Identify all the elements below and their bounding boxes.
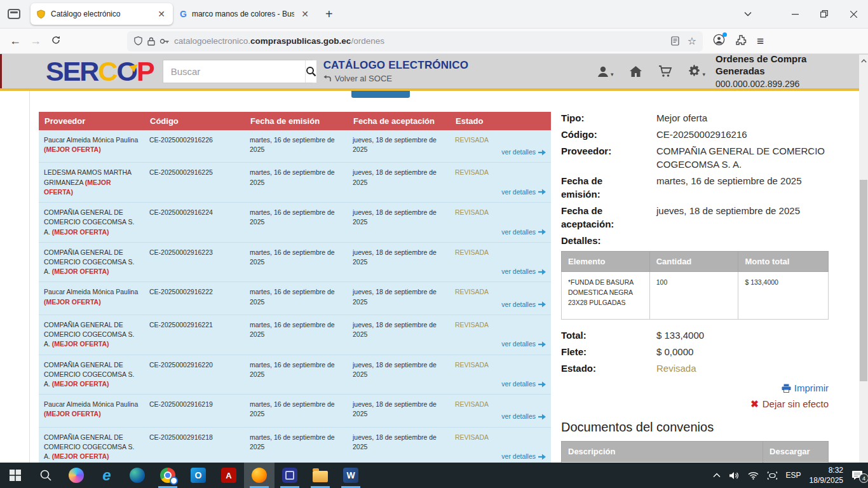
tab-close-icon[interactable]: ✕	[299, 9, 311, 19]
item-amount: $ 133,4000	[738, 272, 829, 320]
ver-detalles-link[interactable]: ver detalles	[501, 379, 546, 389]
account-notification-dot	[722, 32, 727, 37]
sercop-logo[interactable]: SERCOP	[46, 58, 154, 85]
status-row: Estado:Revisada	[561, 362, 829, 375]
status-text: REVISADA	[455, 135, 546, 145]
wifi-icon[interactable]	[748, 471, 759, 480]
emission-date-cell: martes, 16 de septiembre de 2025	[245, 282, 348, 314]
taskbar-word[interactable]: W	[336, 463, 366, 488]
language-indicator[interactable]: ESP	[786, 471, 801, 480]
extensions-icon[interactable]	[735, 34, 747, 48]
forward-button[interactable]: →	[25, 34, 46, 48]
reader-mode-icon[interactable]	[671, 36, 679, 46]
provider-name: Paucar Almeida Mónica Paulina	[44, 400, 138, 408]
status-value: Revisada	[656, 362, 829, 375]
scroll-up-arrow[interactable]	[859, 58, 868, 64]
copilot-icon	[69, 468, 84, 483]
print-link[interactable]: Imprimir	[782, 383, 829, 393]
col-header: Proveedor	[39, 112, 144, 130]
ver-detalles-link[interactable]: ver detalles	[501, 227, 546, 237]
ver-detalles-link[interactable]: ver detalles	[501, 452, 546, 461]
taskbar-outlook[interactable]: O	[183, 463, 214, 488]
taskbar-firefox[interactable]	[244, 463, 275, 488]
tray-chevron-up-icon[interactable]	[713, 473, 721, 478]
tab-google-search[interactable]: G marco manos de colores - Busca ✕	[174, 3, 316, 25]
arrow-right-icon	[538, 341, 546, 348]
clock[interactable]: 8:32 18/9/2025	[810, 465, 843, 485]
ver-detalles-link[interactable]: ver detalles	[501, 300, 546, 309]
url-bar[interactable]: catalogoelectronico.compraspublicas.gob.…	[127, 31, 703, 51]
status-text: REVISADA	[455, 248, 546, 257]
lock-icon[interactable]	[147, 37, 155, 46]
settings-menu[interactable]: ▾	[688, 65, 705, 78]
taskbar-search-button[interactable]	[31, 463, 61, 488]
taskbar-chrome[interactable]	[153, 463, 183, 488]
tab-catalogo[interactable]: Catálogo electrónico ✕	[31, 3, 173, 25]
taskbar-copilot[interactable]	[61, 463, 92, 488]
arrow-right-icon	[538, 381, 546, 388]
ver-detalles-link[interactable]: ver detalles	[501, 187, 546, 197]
search-button[interactable]	[305, 60, 316, 83]
search-icon	[306, 66, 316, 77]
back-button[interactable]: ←	[5, 34, 25, 48]
notification-center[interactable]: 4	[851, 470, 863, 480]
volume-icon[interactable]	[729, 471, 740, 480]
restore-button[interactable]	[810, 0, 839, 28]
col-header: Fecha de emisión	[245, 112, 348, 130]
reload-button[interactable]	[46, 34, 66, 48]
firefox-view-icon[interactable]	[8, 9, 20, 19]
orders-table-header: Proveedor Código Fecha de emisión Fecha …	[39, 112, 551, 130]
mejor-oferta-badge: (MEJOR OFERTA)	[44, 410, 101, 417]
mejor-oferta-badge: (MEJOR OFERTA)	[52, 340, 109, 348]
taskbar-file-explorer[interactable]	[305, 463, 336, 488]
bookmark-star-icon[interactable]: ☆	[688, 35, 696, 47]
new-tab-button[interactable]: +	[316, 7, 342, 22]
documents-section-title: Documentos del convenios	[561, 420, 829, 435]
status-cell: REVISADA ver detalles	[450, 130, 551, 162]
ver-detalles-link[interactable]: ver detalles	[501, 339, 546, 349]
taskbar-acrobat[interactable]: A	[214, 463, 244, 488]
acrobat-icon: A	[221, 468, 236, 483]
provider-cell: Paucar Almeida Mónica Paulina (MEJOR OFE…	[39, 282, 144, 314]
permissions-key-icon[interactable]	[159, 38, 170, 44]
tracking-shield-icon[interactable]	[133, 36, 143, 46]
list-tabs-chevron-icon[interactable]	[737, 0, 759, 28]
tab-close-icon[interactable]: ✕	[156, 9, 167, 19]
acceptance-date-cell: jueves, 18 de septiembre de 2025	[348, 243, 450, 282]
page-scrollbar[interactable]	[859, 55, 868, 463]
status-text: REVISADA	[455, 208, 546, 217]
shield-favicon-icon	[36, 10, 46, 19]
home-button[interactable]	[629, 65, 642, 78]
mejor-oferta-badge: (MEJOR OFERTA)	[52, 228, 109, 236]
ver-detalles-link[interactable]: ver detalles	[501, 147, 546, 157]
meet-now-icon[interactable]	[767, 471, 778, 480]
logo-o: O	[116, 58, 136, 85]
mejor-oferta-badge: (MEJOR OFERTA)	[44, 298, 101, 306]
order-row: LEDESMA RAMOS MARTHA GRIMANEZA (MEJOR OF…	[39, 163, 551, 203]
volver-icon	[323, 75, 332, 83]
account-icon[interactable]	[713, 34, 725, 48]
taskbar-edge[interactable]	[122, 463, 153, 488]
menu-icon[interactable]: ≡	[757, 34, 763, 48]
hidden-blue-button[interactable]	[351, 91, 410, 98]
code-cell: CE-20250002916221	[144, 315, 245, 355]
arrow-right-icon	[538, 189, 546, 195]
taskbar-internet-explorer[interactable]: e	[92, 463, 122, 488]
close-button[interactable]	[839, 0, 868, 28]
user-menu[interactable]: ▾	[597, 65, 614, 78]
user-icon	[597, 65, 609, 78]
volver-soce-link[interactable]: Volver al SOCE	[323, 74, 468, 83]
arrow-right-icon	[538, 229, 546, 235]
caret-down-icon: ▾	[611, 71, 614, 78]
start-button[interactable]	[0, 463, 31, 488]
status-cell: REVISADA ver detalles	[450, 243, 551, 282]
void-link[interactable]: ✖ Dejar sin efecto	[750, 398, 829, 410]
search-input[interactable]	[163, 66, 305, 77]
cart-button[interactable]	[658, 65, 672, 78]
minimize-button[interactable]	[780, 0, 810, 28]
ver-detalles-link[interactable]: ver detalles	[501, 267, 546, 276]
scrollbar-thumb[interactable]	[860, 180, 867, 381]
ver-detalles-link[interactable]: ver detalles	[501, 412, 546, 421]
provider-cell: COMPAÑIA GENERAL DE COMERCIO COGECOMSA S…	[39, 355, 144, 395]
taskbar-scanner[interactable]	[275, 463, 305, 488]
